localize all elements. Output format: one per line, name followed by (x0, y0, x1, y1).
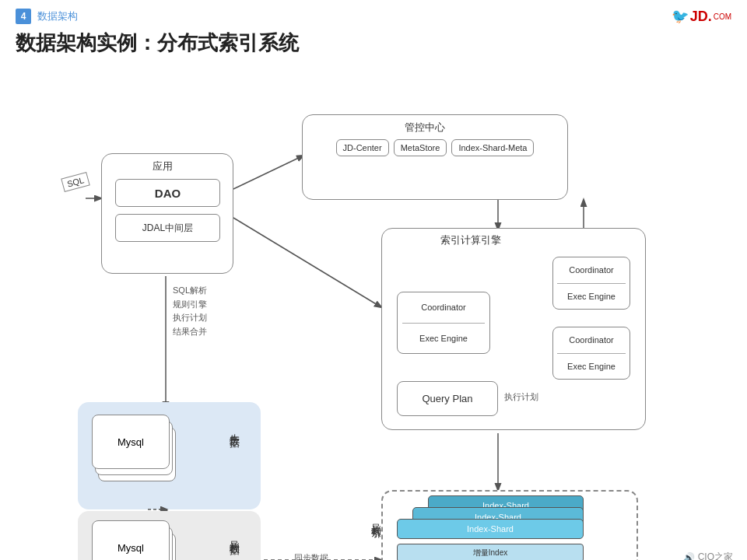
process-label-2: 规则引擎 (173, 298, 207, 312)
header-left: 4 数据架构 (16, 9, 78, 24)
watermark: 🔊 CIO之家 (683, 551, 733, 560)
exec-right-top-label: Exec Engine (567, 292, 615, 301)
coord-left-label: Coordinator (421, 303, 465, 312)
hetero-data-label: 异构数据 (227, 533, 241, 539)
coord-exec-left: Coordinator Exec Engine (397, 292, 490, 354)
jd-center-box: JD-Center (336, 139, 389, 156)
page-title: 数据架构实例：分布式索引系统 (0, 28, 747, 66)
watermark-text: CIO之家 (698, 551, 733, 560)
app-title: 应用 (153, 159, 173, 173)
hetero-index-label: 异构索引 (369, 516, 383, 522)
jd-logo-com: COM (714, 12, 731, 21)
coord-right-top-label: Coordinator (569, 265, 613, 275)
index-sub-1: 增量Index (397, 544, 584, 560)
index-shard-3: Index-Shard (397, 519, 584, 539)
svg-line-2 (233, 156, 303, 189)
sql-label: SQL (61, 172, 90, 192)
jd-logo-bird: 🐦 (672, 8, 689, 25)
prod-data-label: 生产数据 (227, 425, 241, 432)
metastore-box: MetaStore (394, 139, 447, 156)
process-labels: SQL解析 规则引擎 执行计划 结果合并 (173, 284, 207, 338)
process-label-3: 执行计划 (173, 311, 207, 325)
exec-plan-label: 执行计划 (504, 391, 538, 403)
coord-right-bottom-label: Coordinator (569, 335, 613, 345)
sync-label: 同步数据 (294, 552, 328, 560)
mysql-card-prod-3: Mysql (92, 415, 170, 469)
process-label-4: 结果合并 (173, 325, 207, 339)
header: 4 数据架构 🐦 JD. COM (0, 0, 747, 28)
divider-right-top (557, 283, 626, 284)
index-shard-meta-box: Index-Shard-Meta (451, 139, 534, 156)
main-diagram: SQL 管控中心 JD-Center MetaStore Index-Shard… (0, 66, 747, 560)
jdal-box: JDAL中间层 (115, 214, 220, 242)
index-shard-group: Index-Shard Index-Shard Index-Shard 增量In… (397, 495, 626, 560)
process-label-1: SQL解析 (173, 284, 207, 298)
divider-left (402, 323, 485, 324)
exec-left-label: Exec Engine (419, 334, 468, 343)
watermark-icon: 🔊 (683, 552, 695, 561)
mysql-stack-hetero: Mysql (92, 520, 177, 560)
exec-right-bottom-label: Exec Engine (567, 362, 615, 371)
section-number: 4 (16, 9, 31, 24)
mysql-hetero-label: Mysql (117, 542, 144, 554)
mysql-stack-prod: Mysql (92, 415, 177, 488)
jd-logo: 🐦 JD. COM (672, 8, 731, 25)
jd-logo-text: JD. (690, 9, 712, 25)
index-engine-title: 索引计算引擎 (440, 233, 501, 247)
coord-exec-right-bottom: Coordinator Exec Engine (552, 327, 630, 380)
control-center-title: 管控中心 (405, 121, 445, 135)
mysql-card-hetero-3: Mysql (92, 520, 170, 560)
dao-box: DAO (115, 179, 220, 207)
mysql-prod-label: Mysql (117, 436, 144, 448)
divider-right-bottom (557, 353, 626, 354)
control-center-items: JD-Center MetaStore Index-Shard-Meta (310, 139, 560, 156)
header-category: 数据架构 (37, 9, 78, 23)
query-plan-box: Query Plan (397, 381, 498, 416)
coord-exec-right-top: Coordinator Exec Engine (552, 257, 630, 310)
svg-line-3 (233, 218, 381, 307)
